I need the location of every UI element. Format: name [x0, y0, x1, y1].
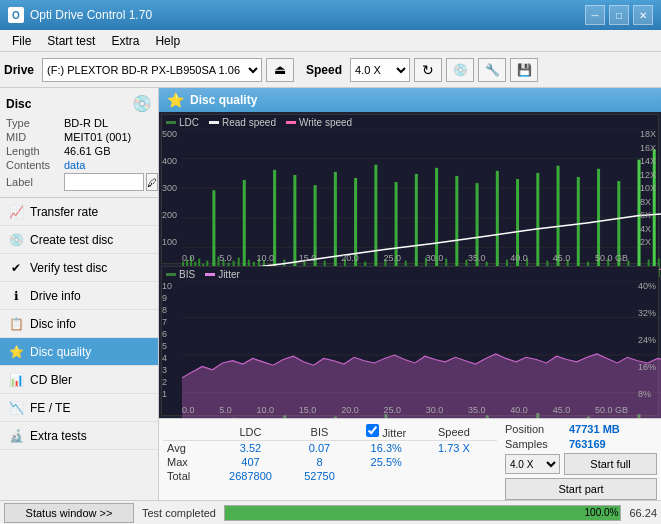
total-bis: 52750 — [290, 469, 350, 483]
y-label: 24% — [638, 335, 656, 345]
stats-samples-row: Samples 763169 — [505, 438, 657, 450]
sidebar-item-label: FE / TE — [30, 401, 70, 415]
bottom-chart-legend: BIS Jitter — [166, 269, 240, 280]
sidebar-item-label: Verify test disc — [30, 261, 107, 275]
avg-ldc: 3.52 — [211, 441, 289, 456]
disc-label-input[interactable] — [64, 173, 144, 191]
max-ldc: 407 — [211, 455, 289, 469]
max-speed-empty — [423, 455, 484, 469]
stats-table: LDC BIS Jitter Speed Avg 3.52 — [163, 423, 497, 483]
samples-label: Samples — [505, 438, 565, 450]
stats-right-panel: Position 47731 MB Samples 763169 4.0 X S… — [501, 419, 661, 500]
disc-panel-title: Disc — [6, 97, 31, 111]
menu-help[interactable]: Help — [147, 32, 188, 50]
app-icon: O — [8, 7, 24, 23]
y-label: 3 — [162, 365, 172, 375]
x-label: 35.0 — [468, 405, 486, 415]
sidebar-item-cd-bler[interactable]: 📊 CD Bler — [0, 366, 158, 394]
max-bis: 8 — [290, 455, 350, 469]
y-label: 10 — [162, 281, 172, 291]
disc-quality-header: ⭐ Disc quality — [159, 88, 661, 112]
stats-max-row: Max 407 8 25.5% — [163, 455, 497, 469]
disc-mid-label: MID — [6, 131, 64, 143]
close-button[interactable]: ✕ — [633, 5, 653, 25]
top-chart: LDC Read speed Write speed — [161, 114, 659, 264]
sidebar-item-drive-info[interactable]: ℹ Drive info — [0, 282, 158, 310]
avg-speed: 1.73 X — [423, 441, 484, 456]
drive-select[interactable]: (F:) PLEXTOR BD-R PX-LB950SA 1.06 — [42, 58, 262, 82]
sidebar-item-extra-tests[interactable]: 🔬 Extra tests — [0, 422, 158, 450]
sidebar-item-label: Disc info — [30, 317, 76, 331]
y-label: 500 — [162, 129, 177, 139]
sidebar-item-transfer-rate[interactable]: 📈 Transfer rate — [0, 198, 158, 226]
y-label: 8X — [640, 197, 656, 207]
y-label: 9 — [162, 293, 172, 303]
toolbar: Drive (F:) PLEXTOR BD-R PX-LB950SA 1.06 … — [0, 52, 661, 88]
start-part-button[interactable]: Start part — [505, 478, 657, 500]
progress-label: 100.0% — [585, 506, 619, 520]
menu-file[interactable]: File — [4, 32, 39, 50]
settings-button[interactable]: 🔧 — [478, 58, 506, 82]
avg-jitter: 16.3% — [349, 441, 423, 456]
maximize-button[interactable]: □ — [609, 5, 629, 25]
eject-button[interactable]: ⏏ — [266, 58, 294, 82]
bottom-chart-y-axis-right: 40% 32% 24% 16% 8% — [638, 281, 656, 399]
x-label: 40.0 — [510, 253, 528, 263]
top-chart-y-axis: 18X 16X 14X 12X 10X 8X 6X 4X 2X — [640, 129, 656, 247]
bottom-chart: BIS Jitter — [161, 266, 659, 416]
stats-speed-select[interactable]: 4.0 X — [505, 454, 560, 474]
x-label: 35.0 — [468, 253, 486, 263]
sidebar-item-label: Extra tests — [30, 429, 87, 443]
progress-bar-fill — [225, 506, 620, 520]
menu-extra[interactable]: Extra — [103, 32, 147, 50]
status-window-button[interactable]: Status window >> — [4, 503, 134, 523]
y-label: 200 — [162, 210, 177, 220]
speed-label: Speed — [306, 63, 342, 77]
sidebar-item-disc-info[interactable]: 📋 Disc info — [0, 310, 158, 338]
sidebar-item-create-test-disc[interactable]: 💿 Create test disc — [0, 226, 158, 254]
x-label: 15.0 — [299, 405, 317, 415]
extra-tests-icon: 🔬 — [8, 428, 24, 444]
svg-rect-28 — [314, 185, 317, 277]
total-jitter-empty — [349, 469, 423, 483]
top-chart-legend: LDC Read speed Write speed — [166, 117, 352, 128]
sidebar-item-verify-test-disc[interactable]: ✔ Verify test disc — [0, 254, 158, 282]
y-label: 7 — [162, 317, 172, 327]
total-speed-empty — [423, 469, 484, 483]
y-label: 8 — [162, 305, 172, 315]
refresh-button[interactable]: ↻ — [414, 58, 442, 82]
disc-quality-panel-title: Disc quality — [190, 93, 257, 107]
max-jitter: 25.5% — [349, 455, 423, 469]
total-label: Total — [163, 469, 211, 483]
sidebar-item-disc-quality[interactable]: ⭐ Disc quality — [0, 338, 158, 366]
x-label: 0.0 — [182, 405, 195, 415]
x-label: 30.0 — [426, 405, 444, 415]
save-button[interactable]: 💾 — [510, 58, 538, 82]
jitter-checkbox[interactable] — [366, 424, 379, 437]
y-label: 400 — [162, 156, 177, 166]
menu-start-test[interactable]: Start test — [39, 32, 103, 50]
position-value: 47731 MB — [569, 423, 620, 435]
stats-col-speed: Speed — [423, 423, 484, 441]
sidebar-item-fe-te[interactable]: 📉 FE / TE — [0, 394, 158, 422]
burn-button[interactable]: 💿 — [446, 58, 474, 82]
sidebar-item-label: Disc quality — [30, 345, 91, 359]
statusbar: Status window >> Test completed 100.0% 6… — [0, 500, 661, 524]
speed-select[interactable]: 4.0 X — [350, 58, 410, 82]
verify-test-disc-icon: ✔ — [8, 260, 24, 276]
sidebar-item-label: Drive info — [30, 289, 81, 303]
stats-col-empty — [163, 423, 211, 441]
start-full-button[interactable]: Start full — [564, 453, 657, 475]
stats-avg-row: Avg 3.52 0.07 16.3% 1.73 X — [163, 441, 497, 456]
read-legend-dot — [209, 121, 219, 124]
stats-col-jitter-check: Jitter — [349, 423, 423, 441]
bis-legend-label: BIS — [179, 269, 195, 280]
y-label: 8% — [638, 389, 656, 399]
transfer-rate-icon: 📈 — [8, 204, 24, 220]
disc-type-value: BD-R DL — [64, 117, 108, 129]
disc-label-btn[interactable]: 🖊 — [146, 173, 158, 191]
x-label: 15.0 — [299, 253, 317, 263]
bis-legend: BIS — [166, 269, 195, 280]
minimize-button[interactable]: ─ — [585, 5, 605, 25]
write-speed-legend: Write speed — [286, 117, 352, 128]
